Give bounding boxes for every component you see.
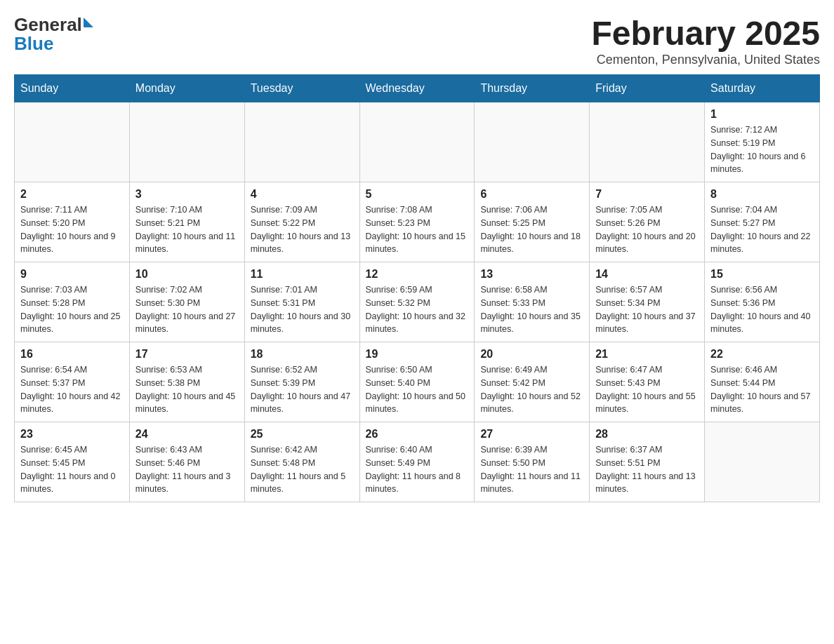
day-number: 10 <box>135 268 239 281</box>
calendar-cell: 17Sunrise: 6:53 AM Sunset: 5:38 PM Dayli… <box>129 342 244 422</box>
day-info: Sunrise: 7:11 AM Sunset: 5:20 PM Dayligh… <box>20 203 124 256</box>
day-info: Sunrise: 6:37 AM Sunset: 5:51 PM Dayligh… <box>595 443 699 496</box>
calendar-week-row: 2Sunrise: 7:11 AM Sunset: 5:20 PM Daylig… <box>15 182 820 262</box>
day-info: Sunrise: 6:40 AM Sunset: 5:49 PM Dayligh… <box>366 443 469 496</box>
calendar-cell: 28Sunrise: 6:37 AM Sunset: 5:51 PM Dayli… <box>590 422 705 502</box>
calendar-header-thursday: Thursday <box>475 75 590 102</box>
day-number: 25 <box>251 428 354 441</box>
calendar-table: SundayMondayTuesdayWednesdayThursdayFrid… <box>14 74 820 502</box>
day-info: Sunrise: 7:09 AM Sunset: 5:22 PM Dayligh… <box>251 203 354 256</box>
day-info: Sunrise: 6:54 AM Sunset: 5:37 PM Dayligh… <box>20 363 124 416</box>
calendar-cell <box>15 102 130 182</box>
calendar-cell: 13Sunrise: 6:58 AM Sunset: 5:33 PM Dayli… <box>475 262 590 342</box>
calendar-cell: 27Sunrise: 6:39 AM Sunset: 5:50 PM Dayli… <box>475 422 590 502</box>
day-info: Sunrise: 7:03 AM Sunset: 5:28 PM Dayligh… <box>20 283 124 336</box>
location-text: Cementon, Pennsylvania, United States <box>591 53 820 67</box>
month-title: February 2025 <box>591 14 820 53</box>
calendar-cell <box>244 102 359 182</box>
calendar-cell: 23Sunrise: 6:45 AM Sunset: 5:45 PM Dayli… <box>15 422 130 502</box>
calendar-header-sunday: Sunday <box>15 75 130 102</box>
day-number: 23 <box>20 428 124 441</box>
day-info: Sunrise: 6:50 AM Sunset: 5:40 PM Dayligh… <box>366 363 469 416</box>
day-info: Sunrise: 6:58 AM Sunset: 5:33 PM Dayligh… <box>480 283 583 336</box>
calendar-cell: 8Sunrise: 7:04 AM Sunset: 5:27 PM Daylig… <box>705 182 820 262</box>
day-info: Sunrise: 7:06 AM Sunset: 5:25 PM Dayligh… <box>480 203 583 256</box>
day-info: Sunrise: 7:10 AM Sunset: 5:21 PM Dayligh… <box>135 203 239 256</box>
calendar-week-row: 9Sunrise: 7:03 AM Sunset: 5:28 PM Daylig… <box>15 262 820 342</box>
day-number: 8 <box>710 188 814 201</box>
calendar-cell <box>475 102 590 182</box>
day-info: Sunrise: 6:59 AM Sunset: 5:32 PM Dayligh… <box>366 283 469 336</box>
day-number: 7 <box>595 188 699 201</box>
logo-blue-text: Blue <box>14 33 53 55</box>
calendar-cell <box>705 422 820 502</box>
day-number: 4 <box>251 188 354 201</box>
day-number: 19 <box>366 348 469 361</box>
day-number: 20 <box>480 348 583 361</box>
day-info: Sunrise: 6:45 AM Sunset: 5:45 PM Dayligh… <box>20 443 124 496</box>
day-number: 21 <box>595 348 699 361</box>
day-info: Sunrise: 6:49 AM Sunset: 5:42 PM Dayligh… <box>480 363 583 416</box>
day-info: Sunrise: 6:53 AM Sunset: 5:38 PM Dayligh… <box>135 363 239 416</box>
calendar-cell: 21Sunrise: 6:47 AM Sunset: 5:43 PM Dayli… <box>590 342 705 422</box>
day-info: Sunrise: 6:43 AM Sunset: 5:46 PM Dayligh… <box>135 443 239 496</box>
calendar-cell: 4Sunrise: 7:09 AM Sunset: 5:22 PM Daylig… <box>244 182 359 262</box>
day-info: Sunrise: 7:08 AM Sunset: 5:23 PM Dayligh… <box>366 203 469 256</box>
day-number: 1 <box>710 108 814 121</box>
calendar-cell: 26Sunrise: 6:40 AM Sunset: 5:49 PM Dayli… <box>359 422 475 502</box>
day-info: Sunrise: 6:47 AM Sunset: 5:43 PM Dayligh… <box>595 363 699 416</box>
calendar-cell: 12Sunrise: 6:59 AM Sunset: 5:32 PM Dayli… <box>359 262 475 342</box>
day-info: Sunrise: 6:39 AM Sunset: 5:50 PM Dayligh… <box>480 443 583 496</box>
day-number: 6 <box>480 188 583 201</box>
calendar-cell: 11Sunrise: 7:01 AM Sunset: 5:31 PM Dayli… <box>244 262 359 342</box>
calendar-header-saturday: Saturday <box>705 75 820 102</box>
calendar-cell: 14Sunrise: 6:57 AM Sunset: 5:34 PM Dayli… <box>590 262 705 342</box>
day-number: 22 <box>710 348 814 361</box>
logo-chevron-icon <box>84 18 93 27</box>
day-info: Sunrise: 7:01 AM Sunset: 5:31 PM Dayligh… <box>251 283 354 336</box>
calendar-header-monday: Monday <box>129 75 244 102</box>
day-number: 28 <box>595 428 699 441</box>
calendar-cell: 1Sunrise: 7:12 AM Sunset: 5:19 PM Daylig… <box>705 102 820 182</box>
day-info: Sunrise: 6:46 AM Sunset: 5:44 PM Dayligh… <box>710 363 814 416</box>
day-info: Sunrise: 6:52 AM Sunset: 5:39 PM Dayligh… <box>251 363 354 416</box>
day-info: Sunrise: 7:12 AM Sunset: 5:19 PM Dayligh… <box>710 123 814 176</box>
day-number: 27 <box>480 428 583 441</box>
day-number: 17 <box>135 348 239 361</box>
calendar-header-friday: Friday <box>590 75 705 102</box>
day-number: 3 <box>135 188 239 201</box>
day-number: 15 <box>710 268 814 281</box>
title-block: February 2025 Cementon, Pennsylvania, Un… <box>591 14 820 67</box>
day-number: 12 <box>366 268 469 281</box>
calendar-cell: 7Sunrise: 7:05 AM Sunset: 5:26 PM Daylig… <box>590 182 705 262</box>
calendar-cell: 5Sunrise: 7:08 AM Sunset: 5:23 PM Daylig… <box>359 182 475 262</box>
day-number: 14 <box>595 268 699 281</box>
calendar-cell: 25Sunrise: 6:42 AM Sunset: 5:48 PM Dayli… <box>244 422 359 502</box>
calendar-cell: 16Sunrise: 6:54 AM Sunset: 5:37 PM Dayli… <box>15 342 130 422</box>
day-info: Sunrise: 7:05 AM Sunset: 5:26 PM Dayligh… <box>595 203 699 256</box>
calendar-week-row: 23Sunrise: 6:45 AM Sunset: 5:45 PM Dayli… <box>15 422 820 502</box>
calendar-cell: 18Sunrise: 6:52 AM Sunset: 5:39 PM Dayli… <box>244 342 359 422</box>
day-number: 24 <box>135 428 239 441</box>
day-info: Sunrise: 6:57 AM Sunset: 5:34 PM Dayligh… <box>595 283 699 336</box>
calendar-cell: 24Sunrise: 6:43 AM Sunset: 5:46 PM Dayli… <box>129 422 244 502</box>
calendar-cell <box>359 102 475 182</box>
calendar-cell: 6Sunrise: 7:06 AM Sunset: 5:25 PM Daylig… <box>475 182 590 262</box>
calendar-cell: 10Sunrise: 7:02 AM Sunset: 5:30 PM Dayli… <box>129 262 244 342</box>
day-number: 5 <box>366 188 469 201</box>
calendar-cell: 20Sunrise: 6:49 AM Sunset: 5:42 PM Dayli… <box>475 342 590 422</box>
day-info: Sunrise: 7:02 AM Sunset: 5:30 PM Dayligh… <box>135 283 239 336</box>
calendar-week-row: 16Sunrise: 6:54 AM Sunset: 5:37 PM Dayli… <box>15 342 820 422</box>
calendar-cell <box>590 102 705 182</box>
day-info: Sunrise: 7:04 AM Sunset: 5:27 PM Dayligh… <box>710 203 814 256</box>
calendar-cell: 9Sunrise: 7:03 AM Sunset: 5:28 PM Daylig… <box>15 262 130 342</box>
calendar-week-row: 1Sunrise: 7:12 AM Sunset: 5:19 PM Daylig… <box>15 102 820 182</box>
calendar-header-wednesday: Wednesday <box>359 75 475 102</box>
page-header: General Blue February 2025 Cementon, Pen… <box>14 14 820 67</box>
calendar-cell: 22Sunrise: 6:46 AM Sunset: 5:44 PM Dayli… <box>705 342 820 422</box>
calendar-cell: 15Sunrise: 6:56 AM Sunset: 5:36 PM Dayli… <box>705 262 820 342</box>
logo: General Blue <box>14 14 93 55</box>
calendar-cell: 3Sunrise: 7:10 AM Sunset: 5:21 PM Daylig… <box>129 182 244 262</box>
calendar-header-tuesday: Tuesday <box>244 75 359 102</box>
day-number: 16 <box>20 348 124 361</box>
